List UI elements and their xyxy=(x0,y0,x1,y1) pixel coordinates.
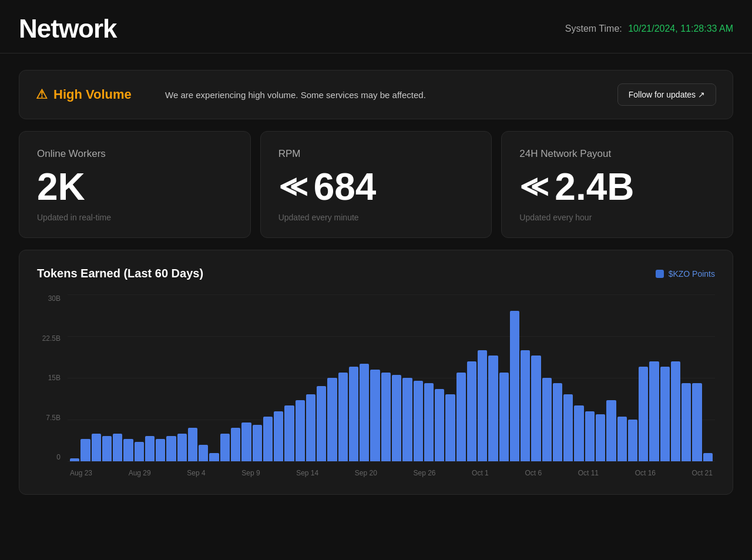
chart-bar xyxy=(102,436,112,461)
chart-bar xyxy=(135,442,144,461)
chart-bar xyxy=(381,373,391,461)
stat-subtitle-online-workers: Updated in real-time xyxy=(37,213,233,222)
chart-bar xyxy=(628,420,637,461)
stat-label-online-workers: Online Workers xyxy=(37,148,233,160)
page-title: Network xyxy=(19,14,117,43)
chart-container: 30B 22.5B 15B 7.5B 0 Aug 23Aug 29Sep 4Se… xyxy=(37,294,715,482)
x-label: Sep 4 xyxy=(187,469,205,477)
chart-bar xyxy=(660,367,670,461)
chart-bar xyxy=(606,400,616,461)
chart-bar xyxy=(574,405,583,461)
chart-y-labels: 30B 22.5B 15B 7.5B 0 xyxy=(37,294,65,461)
chart-bar xyxy=(349,367,358,461)
alert-message: We are experiencing high volume. Some se… xyxy=(165,90,606,100)
chart-bar xyxy=(510,311,519,461)
stat-subtitle-payout: Updated every hour xyxy=(519,213,715,222)
chart-bar xyxy=(649,361,659,461)
chart-bar xyxy=(284,405,294,461)
system-time-value: 10/21/2024, 11:28:33 AM xyxy=(628,24,733,33)
chart-bar xyxy=(317,386,326,461)
bars-container xyxy=(68,294,715,461)
system-time: System Time: 10/21/2024, 11:28:33 AM xyxy=(565,24,733,34)
y-label-0: 0 xyxy=(56,453,61,461)
chart-bar xyxy=(402,378,412,461)
chart-bar xyxy=(542,378,552,461)
chart-bar xyxy=(639,367,648,461)
stat-label-payout: 24H Network Payout xyxy=(519,148,715,160)
chart-bar xyxy=(123,439,133,461)
chart-bar xyxy=(220,434,230,461)
chart-bar xyxy=(306,394,315,461)
chart-bar xyxy=(531,356,540,461)
chart-bar xyxy=(456,373,466,461)
stat-subtitle-rpm: Updated every minute xyxy=(278,213,474,222)
chart-bar xyxy=(596,414,605,461)
stat-card-payout: 24H Network Payout ≪ 2.4B Updated every … xyxy=(501,131,733,238)
legend-label: $KZO Points xyxy=(669,269,715,279)
chart-bar xyxy=(563,394,573,461)
chart-bar xyxy=(188,428,197,461)
chart-bar xyxy=(360,364,369,461)
chart-bar xyxy=(682,383,691,461)
x-label: Aug 23 xyxy=(70,469,92,477)
chart-bar xyxy=(80,439,90,461)
chart-bar xyxy=(488,356,498,461)
chart-bar xyxy=(553,383,562,461)
header: Network System Time: 10/21/2024, 11:28:3… xyxy=(0,0,752,53)
y-label-22b: 22.5B xyxy=(42,334,61,343)
x-label: Oct 16 xyxy=(635,469,656,477)
y-label-30b: 30B xyxy=(48,294,61,303)
system-time-label: System Time: xyxy=(565,24,622,33)
stats-row: Online Workers 2K Updated in real-time R… xyxy=(19,131,733,238)
chart-bar xyxy=(241,422,251,461)
chart-bar xyxy=(703,453,713,461)
y-label-15b: 15B xyxy=(48,374,61,382)
chart-bar xyxy=(338,373,348,461)
x-label: Oct 6 xyxy=(525,469,542,477)
stat-value-rpm: ≪ 684 xyxy=(278,168,474,206)
follow-updates-button[interactable]: Follow for updates ↗ xyxy=(617,83,716,106)
chart-bar xyxy=(478,350,487,461)
chart-bar xyxy=(70,458,79,461)
chart-bar xyxy=(156,439,165,461)
grid-line-bottom xyxy=(68,461,715,462)
chart-bar xyxy=(231,428,240,461)
layers-icon-2: ≪ xyxy=(519,173,549,201)
chart-x-labels: Aug 23Aug 29Sep 4Sep 9Sep 14Sep 20Sep 26… xyxy=(68,464,715,482)
stat-card-rpm: RPM ≪ 684 Updated every minute xyxy=(260,131,492,238)
chart-bar xyxy=(263,417,273,461)
chart-bar xyxy=(692,383,701,461)
x-label: Sep 14 xyxy=(296,469,318,477)
stat-card-online-workers: Online Workers 2K Updated in real-time xyxy=(19,131,251,238)
chart-bar xyxy=(392,375,401,461)
legend-color-box xyxy=(656,270,664,278)
chart-bar xyxy=(617,417,627,461)
chart-bar xyxy=(209,453,219,461)
stat-label-rpm: RPM xyxy=(278,148,474,160)
x-label: Sep 9 xyxy=(241,469,260,477)
chart-bar xyxy=(177,434,187,461)
chart-bar xyxy=(467,361,476,461)
x-label: Oct 1 xyxy=(472,469,489,477)
chart-bar xyxy=(414,381,423,461)
layers-icon: ≪ xyxy=(278,173,308,201)
chart-bar xyxy=(253,425,262,461)
chart-card: Tokens Earned (Last 60 Days) $KZO Points… xyxy=(19,250,733,495)
chart-bar xyxy=(424,383,434,461)
alert-banner: ⚠ High Volume We are experiencing high v… xyxy=(19,70,733,119)
chart-bar xyxy=(92,434,101,461)
chart-bar xyxy=(585,411,595,461)
chart-bar xyxy=(145,436,155,461)
x-label: Oct 11 xyxy=(578,469,599,477)
chart-bar xyxy=(199,445,208,461)
alert-title: ⚠ High Volume xyxy=(36,87,153,102)
stat-value-online-workers: 2K xyxy=(37,168,233,206)
chart-bar xyxy=(166,436,176,461)
chart-bar xyxy=(113,434,122,461)
stat-value-payout: ≪ 2.4B xyxy=(519,168,715,206)
warning-icon: ⚠ xyxy=(36,87,48,102)
chart-bar xyxy=(671,361,680,461)
x-label: Aug 29 xyxy=(129,469,151,477)
chart-bar xyxy=(435,389,444,461)
x-label: Sep 26 xyxy=(413,469,435,477)
